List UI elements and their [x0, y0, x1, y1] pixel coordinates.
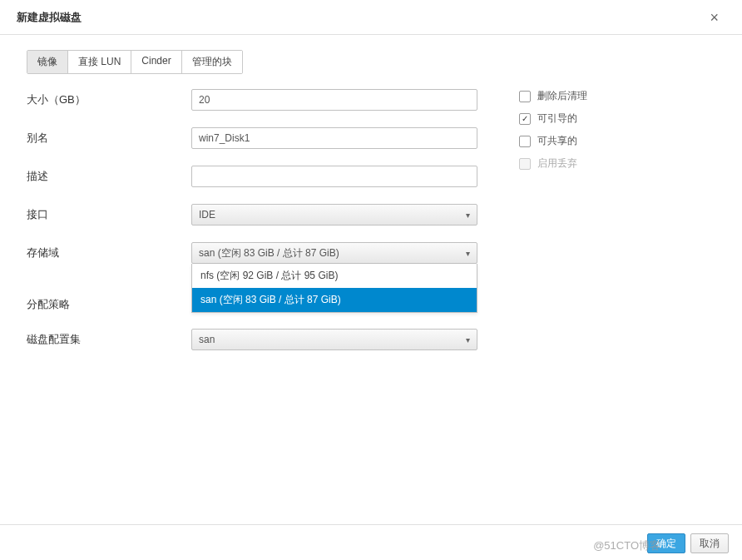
tab-cinder[interactable]: Cinder: [131, 51, 181, 73]
disk-type-tabs: 镜像 直接 LUN Cinder 管理的块: [27, 50, 243, 74]
description-input[interactable]: [191, 166, 477, 187]
interface-value: IDE: [199, 209, 215, 221]
row-alias: 别名: [27, 127, 477, 149]
tab-managed-block[interactable]: 管理的块: [182, 51, 242, 73]
form-top-grid: 大小（GB） 别名 描述: [27, 89, 715, 367]
disk-profile-value: san: [199, 334, 215, 345]
storage-domain-option-san[interactable]: san (空闲 83 GiB / 总计 87 GiB): [192, 288, 477, 312]
row-description: 描述: [27, 166, 477, 187]
storage-domain-option-nfs[interactable]: nfs (空闲 92 GiB / 总计 95 GiB): [192, 264, 477, 288]
row-shareable: 可共享的: [519, 134, 587, 148]
row-size: 大小（GB）: [27, 89, 477, 111]
tab-image[interactable]: 镜像: [27, 51, 68, 73]
tab-direct-lun[interactable]: 直接 LUN: [68, 51, 131, 73]
row-disk-profile: 磁盘配置集 san: [27, 329, 477, 350]
cancel-button[interactable]: 取消: [690, 533, 729, 553]
row-bootable: 可引导的: [519, 112, 587, 126]
row-wipe-after-delete: 删除后清理: [519, 89, 587, 103]
row-interface: 接口 IDE: [27, 204, 477, 225]
storage-domain-dropdown: nfs (空闲 92 GiB / 总计 95 GiB) san (空闲 83 G…: [191, 264, 477, 313]
ok-button[interactable]: 确定: [647, 533, 685, 553]
enable-discard-checkbox: [519, 158, 531, 170]
alias-input[interactable]: [191, 127, 477, 149]
shareable-checkbox[interactable]: [519, 136, 531, 147]
label-allocation-policy: 分配策略: [27, 294, 191, 312]
checkbox-column: 删除后清理 可引导的 可共享的 启用丢弃: [519, 89, 587, 171]
size-input[interactable]: [191, 89, 477, 111]
disk-profile-select[interactable]: san: [191, 329, 477, 350]
row-storage-domain: 存储域 san (空闲 83 GiB / 总计 87 GiB) nfs (空闲 …: [27, 242, 477, 264]
wipe-after-delete-label: 删除后清理: [537, 89, 587, 103]
bootable-label: 可引导的: [537, 112, 577, 126]
label-disk-profile: 磁盘配置集: [27, 329, 191, 347]
row-enable-discard: 启用丢弃: [519, 156, 587, 171]
left-field-column: 大小（GB） 别名 描述: [27, 89, 477, 367]
enable-discard-label: 启用丢弃: [537, 156, 577, 171]
storage-domain-value: san (空闲 83 GiB / 总计 87 GiB): [199, 246, 339, 260]
dialog-body: 镜像 直接 LUN Cinder 管理的块 大小（GB） 别名: [0, 35, 742, 524]
label-alias: 别名: [27, 127, 191, 146]
close-icon[interactable]: ×: [703, 7, 725, 28]
dialog-title: 新建虚拟磁盘: [17, 10, 82, 25]
wipe-after-delete-checkbox[interactable]: [519, 91, 531, 102]
shareable-label: 可共享的: [537, 134, 577, 148]
label-size: 大小（GB）: [27, 89, 191, 107]
interface-select[interactable]: IDE: [191, 204, 477, 225]
storage-domain-select[interactable]: san (空闲 83 GiB / 总计 87 GiB): [191, 242, 477, 264]
bootable-checkbox[interactable]: [519, 113, 531, 125]
dialog-footer: 确定 取消: [0, 524, 742, 560]
dialog-header: 新建虚拟磁盘 ×: [0, 0, 742, 35]
label-interface: 接口: [27, 204, 191, 222]
label-storage-domain: 存储域: [27, 242, 191, 260]
new-virtual-disk-dialog: 新建虚拟磁盘 × 镜像 直接 LUN Cinder 管理的块 大小（GB） 别名: [0, 0, 742, 560]
label-description: 描述: [27, 166, 191, 184]
